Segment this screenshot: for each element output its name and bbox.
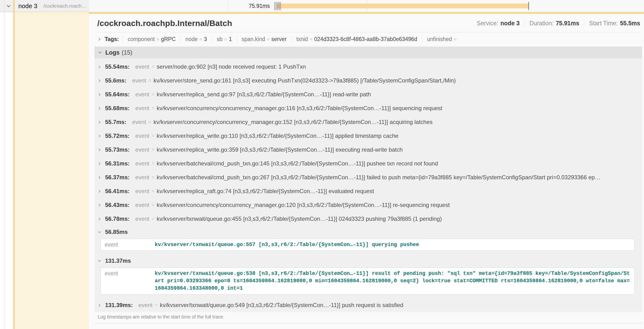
log-field-key: event [105, 241, 155, 248]
span-duration-bar[interactable] [276, 4, 529, 8]
log-row-expanded-header[interactable]: 131.37ms [97, 254, 642, 267]
chevron-right-icon [98, 203, 101, 207]
log-timestamp: 56.43ms: [105, 202, 130, 208]
log-row[interactable]: 131.39ms: event = kv/kvserver/txnwait/qu… [97, 298, 642, 312]
overview-item: Service:node 3 [472, 20, 524, 27]
log-row[interactable]: 55.54ms: event = server/node.go:902 [n3]… [97, 60, 642, 74]
log-field-value: kv/kvserver/replica_raft.go:74 [n3,s3,r6… [156, 188, 374, 194]
span-name-cell[interactable]: node 3 /cockroach.roach… [0, 0, 89, 12]
log-row[interactable]: 56.37ms: event = kv/kvserver/batcheval/c… [97, 170, 642, 184]
tag-key: span.kind [242, 36, 265, 42]
chevron-down-icon [98, 259, 101, 263]
chevron-right-icon [98, 176, 101, 179]
equals-sign: = [454, 36, 456, 42]
log-field-key: event [136, 202, 150, 208]
log-timestamp: 55.68ms: [105, 105, 130, 112]
log-row[interactable]: 55.72ms: event = kv/kvserver/replica_wri… [97, 129, 642, 143]
log-field-key: event [132, 119, 146, 126]
tag-item[interactable]: span.kind=server [237, 36, 292, 42]
log-row[interactable]: 56.41ms: event = kv/kvserver/replica_raf… [97, 184, 642, 198]
log-row-expanded-header[interactable]: 56.85ms [97, 226, 642, 238]
tag-key: node [186, 36, 198, 42]
log-field-key: event [136, 188, 150, 194]
log-field-value: kv/kvserver/replica_send.go:97 [n3,s3,r6… [156, 91, 371, 98]
span-detail-title[interactable]: /cockroach.roachpb.Internal/Batch [97, 18, 232, 28]
tag-item[interactable]: node=3 [180, 36, 212, 42]
log-row[interactable]: 56.31ms: event = kv/kvserver/batcheval/c… [97, 157, 642, 170]
pane-divider[interactable] [4, 0, 4, 329]
overview-value: node 3 [500, 20, 520, 26]
equals-sign: = [199, 36, 202, 42]
tag-item[interactable]: component=gRPC [123, 36, 180, 42]
span-bar-endcap [528, 2, 529, 10]
log-timestamp: 131.39ms: [105, 302, 133, 308]
log-field-value: server/node.go:902 [n3] node received re… [156, 64, 306, 70]
chevron-right-icon [98, 93, 101, 96]
logs-list: 55.54ms: event = server/node.go:902 [n3]… [94, 58, 642, 312]
overview-value: 55.5ms [620, 20, 640, 26]
equals-sign: = [156, 36, 159, 42]
chevron-right-icon [98, 38, 101, 41]
span-duration-label: 75.91ms [222, 0, 270, 12]
log-entry-expanded: 56.85ms event kv/kvserver/txnwait/queue.… [97, 226, 642, 251]
log-field-value: kv/kvserver/store_send.go:161 [n3,s3] ex… [154, 77, 456, 84]
span-color-band [13, 0, 15, 12]
log-row[interactable]: 55.73ms: event = kv/kvserver/replica_wri… [97, 143, 642, 157]
log-timestamp: 55.6ms: [105, 77, 126, 84]
collapse-all-chevron-icon[interactable] [6, 4, 11, 9]
trace-span-row: node 3 /cockroach.roach… 75.91ms [0, 0, 644, 12]
span-operation-name: /cockroach.roach… [44, 3, 87, 9]
overview-label: Service: [477, 20, 498, 26]
span-row-highlight [15, 12, 89, 329]
tag-value: gRPC [161, 36, 176, 42]
equals-sign: = [267, 36, 270, 42]
log-field-value[interactable]: kv/kvserver/txnwait/queue.go:538 [n3,s3,… [155, 270, 630, 292]
log-field-key: event [136, 64, 150, 70]
log-row[interactable]: 55.7ms: event = kv/kvserver/concurrency/… [97, 115, 642, 129]
log-field-key: event [136, 160, 150, 167]
log-key-values-table: event kv/kvserver/txnwait/queue.go:557 [… [100, 239, 634, 251]
log-row[interactable]: 56.43ms: event = kv/kvserver/concurrency… [97, 198, 642, 212]
log-field-key: event [136, 146, 150, 153]
tags-accordion-header[interactable]: Tags: component=gRPCnode=3sb=1span.kind=… [89, 32, 644, 46]
span-detail-panel: /cockroach.roachpb.Internal/Batch Servic… [89, 12, 644, 329]
chevron-right-icon [98, 148, 101, 152]
chevron-right-icon [98, 162, 101, 166]
equals-sign: = [151, 105, 154, 111]
span-detail-header: /cockroach.roachpb.Internal/Batch Servic… [89, 14, 644, 28]
equals-sign: = [148, 78, 151, 84]
equals-sign: = [151, 133, 154, 139]
log-field-key: event [138, 302, 152, 308]
chevron-right-icon [98, 65, 101, 69]
overview-item: Duration:75.91ms [524, 20, 584, 27]
log-field-key: event [136, 91, 150, 98]
chevron-right-icon [98, 106, 101, 110]
log-timestamp: 55.54ms: [105, 64, 130, 70]
log-tick-marks [274, 2, 281, 10]
log-field-key: event [136, 105, 150, 112]
chevron-right-icon [98, 134, 101, 138]
log-field-value[interactable]: kv/kvserver/txnwait/queue.go:557 [n3,s3,… [155, 241, 630, 248]
log-field-value: kv/kvserver/batcheval/cmd_push_txn.go:14… [156, 160, 438, 167]
log-field-key: event [136, 216, 150, 222]
overview-value: 75.91ms [556, 20, 580, 26]
log-timestamp: 56.41ms: [105, 188, 130, 194]
log-row[interactable]: 55.64ms: event = kv/kvserver/replica_sen… [97, 88, 642, 101]
logs-accordion-header[interactable]: Logs (15) [94, 46, 642, 58]
log-row[interactable]: 55.6ms: event = kv/kvserver/store_send.g… [97, 74, 642, 88]
log-field-value: kv/kvserver/concurrency/concurrency_mana… [154, 119, 432, 126]
overview-item: Start Time:55.5ms [584, 20, 641, 27]
log-field-value: kv/kvserver/txnwait/queue.go:549 [n3,s3,… [160, 302, 403, 308]
log-field-value: kv/kvserver/replica_write.go:359 [n3,s3,… [156, 146, 402, 153]
equals-sign: = [148, 119, 151, 125]
tag-item[interactable]: txnid=024d3323-6c8f-4863-aa8b-37ab0e6349… [291, 36, 422, 42]
chevron-right-icon [98, 304, 101, 307]
tags-label: Tags: [105, 36, 119, 42]
log-row[interactable]: 55.68ms: event = kv/kvserver/concurrency… [97, 101, 642, 115]
log-row[interactable]: 56.78ms: event = kv/kvserver/txnwait/que… [97, 212, 642, 226]
tag-item[interactable]: unfinished= [422, 36, 463, 42]
tag-key: component [128, 36, 155, 42]
chevron-right-icon [98, 79, 101, 82]
tag-item[interactable]: sb=1 [212, 36, 236, 42]
log-field-key: event [136, 132, 150, 139]
